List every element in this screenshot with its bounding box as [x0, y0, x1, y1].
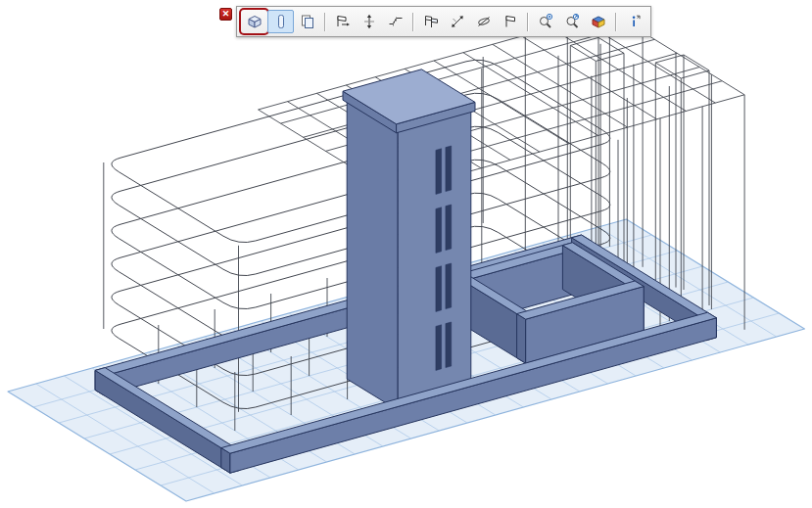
zoom-fit-button[interactable]: [558, 10, 585, 33]
elevate-button[interactable]: [356, 10, 382, 33]
toolbar-separator: [615, 13, 616, 31]
elevate-arrows-icon: [360, 13, 378, 30]
toolbar-separator: [412, 13, 413, 31]
toolbar-separator: [527, 13, 528, 31]
zoom-in-button[interactable]: [532, 10, 558, 33]
drag-button[interactable]: [329, 10, 356, 33]
rebuild-3d-button[interactable]: [585, 10, 611, 33]
multiply-button[interactable]: [417, 10, 444, 33]
info-icon: [625, 13, 643, 30]
mirror-button[interactable]: [470, 10, 497, 33]
column-tool-button[interactable]: [267, 10, 294, 33]
marquee-view-button[interactable]: [241, 10, 267, 33]
rebuild-3d-icon: [590, 13, 607, 30]
floating-toolbar: ✕: [219, 6, 651, 37]
info-button[interactable]: [620, 10, 646, 33]
toolbar-close-button[interactable]: ✕: [219, 8, 232, 21]
zoom-in-icon: [537, 13, 554, 30]
toolbar-separator: [324, 13, 325, 31]
toolbar-panel: [236, 6, 651, 37]
3d-model-canvas: [0, 0, 812, 508]
app-window: ✕: [0, 0, 812, 508]
rotate-arrows-icon: [449, 13, 466, 30]
close-icon: ✕: [222, 9, 230, 20]
multiply-flags-icon: [422, 13, 440, 30]
stretch-button[interactable]: [382, 10, 408, 33]
marquee-3d-icon: [246, 13, 263, 30]
copy-button[interactable]: [294, 10, 320, 33]
copy-icon: [299, 13, 316, 30]
stretch-breakline-icon: [387, 13, 405, 30]
column-icon: [272, 13, 290, 30]
drag-flag-icon: [334, 13, 352, 30]
rotate-button[interactable]: [444, 10, 470, 33]
viewport-3d[interactable]: [0, 0, 812, 508]
offset-flag-icon: [502, 13, 519, 30]
offset-button[interactable]: [497, 10, 523, 33]
zoom-fit-icon: [563, 13, 581, 30]
mirror-ellipse-icon: [475, 13, 493, 30]
